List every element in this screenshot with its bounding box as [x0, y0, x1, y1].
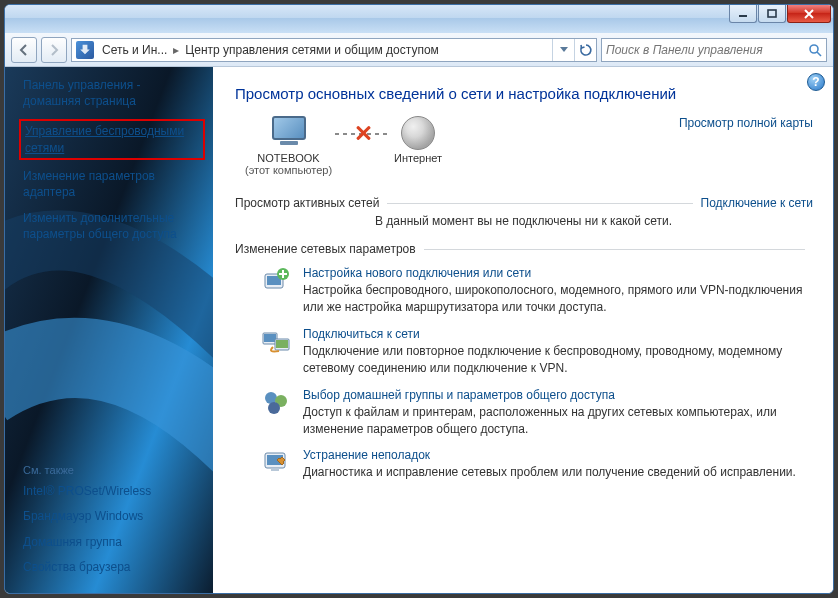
sidebar-item-homegroup[interactable]: Домашняя группа	[23, 533, 201, 552]
action-desc: Доступ к файлам и принтерам, расположенн…	[303, 404, 813, 439]
globe-icon	[401, 116, 435, 150]
svg-rect-1	[768, 10, 776, 17]
action-connect: Подключиться к сети Подключение или повт…	[261, 327, 813, 378]
connect-network-icon	[261, 327, 291, 357]
svg-rect-9	[276, 340, 288, 348]
close-button[interactable]	[787, 5, 831, 23]
action-new-connection: Настройка нового подключения или сети На…	[261, 266, 813, 317]
full-map-link[interactable]: Просмотр полной карты	[679, 116, 813, 130]
svg-point-12	[268, 402, 280, 414]
action-link[interactable]: Подключиться к сети	[303, 327, 420, 341]
computer-icon	[268, 116, 310, 150]
node-internet: Интернет	[394, 116, 442, 164]
page-title: Просмотр основных сведений о сети и наст…	[235, 85, 813, 102]
sidebar-item-wireless[interactable]: Управление беспроводными сетями	[25, 123, 199, 155]
navigation-bar: Сеть и Ин... ▸ Центр управления сетями и…	[5, 33, 833, 67]
sidebar: Панель управления - домашняя страница Уп…	[5, 67, 213, 593]
titlebar	[5, 5, 833, 33]
search-box[interactable]	[601, 38, 827, 62]
maximize-button[interactable]	[758, 5, 786, 23]
sidebar-item-browser[interactable]: Свойства браузера	[23, 558, 201, 577]
divider	[387, 203, 692, 204]
nav-back-button[interactable]	[11, 37, 37, 63]
svg-rect-15	[271, 468, 279, 471]
sidebar-item-firewall[interactable]: Брандмауэр Windows	[23, 507, 201, 526]
sidebar-home-link[interactable]: Панель управления - домашняя страница	[23, 77, 201, 109]
action-troubleshoot: Устранение неполадок Диагностика и испра…	[261, 448, 813, 481]
action-desc: Подключение или повторное подключение к …	[303, 343, 813, 378]
active-networks-title: Просмотр активных сетей	[235, 196, 379, 210]
action-desc: Диагностика и исправление сетевых пробле…	[303, 464, 796, 481]
breadcrumb-segment[interactable]: Сеть и Ин...	[98, 43, 171, 57]
main-content: ? Просмотр основных сведений о сети и на…	[213, 67, 833, 593]
control-panel-icon	[76, 41, 94, 59]
svg-point-2	[810, 45, 818, 53]
new-connection-icon	[261, 266, 291, 296]
svg-rect-0	[739, 15, 747, 17]
homegroup-icon	[261, 388, 291, 418]
nav-forward-button[interactable]	[41, 37, 67, 63]
connection-broken-icon	[332, 116, 394, 150]
sidebar-item-sharing[interactable]: Изменить дополнительные параметры общего…	[23, 210, 201, 242]
action-homegroup: Выбор домашней группы и параметров общег…	[261, 388, 813, 439]
search-input[interactable]	[606, 43, 808, 57]
see-also-title: См. также	[23, 464, 201, 476]
sidebar-item-intel[interactable]: Intel® PROSet/Wireless	[23, 482, 201, 501]
network-map: NOTEBOOK (этот компьютер) Интернет Просм…	[235, 116, 813, 182]
help-icon[interactable]: ?	[807, 73, 825, 91]
change-settings-title: Изменение сетевых параметров	[235, 242, 416, 256]
action-link[interactable]: Настройка нового подключения или сети	[303, 266, 531, 280]
control-panel-window: Сеть и Ин... ▸ Центр управления сетями и…	[4, 4, 834, 594]
refresh-button[interactable]	[574, 39, 596, 61]
node-computer: NOTEBOOK (этот компьютер)	[245, 116, 332, 176]
address-bar[interactable]: Сеть и Ин... ▸ Центр управления сетями и…	[71, 38, 597, 62]
troubleshoot-icon	[261, 448, 291, 478]
address-dropdown-button[interactable]	[552, 39, 574, 61]
action-link[interactable]: Устранение неполадок	[303, 448, 430, 462]
action-desc: Настройка беспроводного, широкополосного…	[303, 282, 813, 317]
action-link[interactable]: Выбор домашней группы и параметров общег…	[303, 388, 615, 402]
no-networks-text: В данный момент вы не подключены ни к ка…	[375, 214, 813, 228]
minimize-button[interactable]	[729, 5, 757, 23]
breadcrumb-segment[interactable]: Центр управления сетями и общим доступом	[181, 43, 443, 57]
sidebar-item-adapter[interactable]: Изменение параметров адаптера	[23, 168, 201, 200]
svg-rect-7	[264, 334, 276, 342]
divider	[424, 249, 805, 250]
chevron-right-icon: ▸	[171, 43, 181, 57]
search-icon	[808, 43, 822, 57]
connect-to-network-link[interactable]: Подключение к сети	[701, 196, 813, 210]
